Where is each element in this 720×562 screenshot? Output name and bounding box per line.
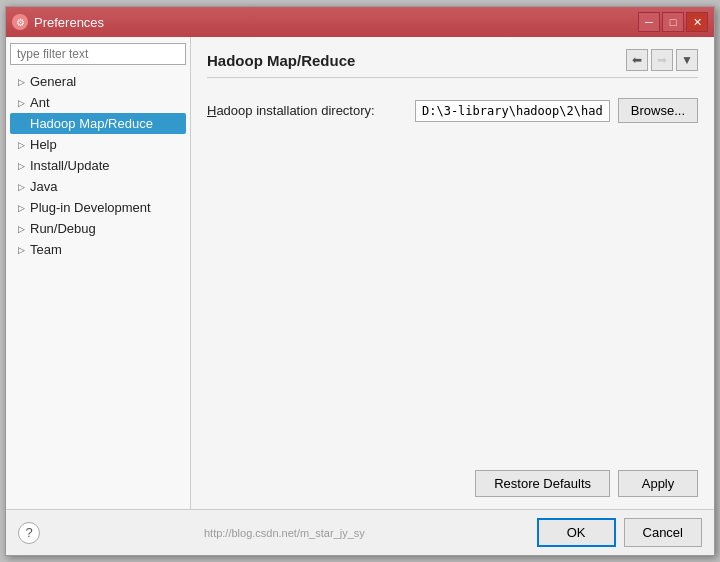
sidebar-item-label: Help	[30, 137, 57, 152]
minimize-button[interactable]: ─	[638, 12, 660, 32]
sidebar-item-ant[interactable]: ▷ Ant	[10, 92, 186, 113]
help-button[interactable]: ?	[18, 522, 40, 544]
sidebar-item-run-debug[interactable]: ▷ Run/Debug	[10, 218, 186, 239]
bottom-bar: ? http://blog.csdn.net/m_star_jy_sy OK C…	[6, 509, 714, 555]
panel-title: Hadoop Map/Reduce	[207, 52, 355, 69]
window-title: Preferences	[34, 15, 104, 30]
main-content-area	[207, 123, 698, 470]
expand-arrow-icon: ▷	[14, 159, 28, 173]
maximize-button[interactable]: □	[662, 12, 684, 32]
action-row: Restore Defaults Apply	[207, 470, 698, 497]
preferences-window: ⚙ Preferences ─ □ ✕ ▷ General ▷ Ant Hado…	[5, 6, 715, 556]
sidebar-item-label: Ant	[30, 95, 50, 110]
cancel-button[interactable]: Cancel	[624, 518, 702, 547]
back-button[interactable]: ⬅	[626, 49, 648, 71]
browse-button[interactable]: Browse...	[618, 98, 698, 123]
title-bar-left: ⚙ Preferences	[12, 14, 104, 30]
forward-button[interactable]: ➡	[651, 49, 673, 71]
restore-defaults-button[interactable]: Restore Defaults	[475, 470, 610, 497]
apply-button[interactable]: Apply	[618, 470, 698, 497]
title-bar: ⚙ Preferences ─ □ ✕	[6, 7, 714, 37]
installation-dir-input[interactable]	[415, 100, 610, 122]
sidebar-item-plugin-dev[interactable]: ▷ Plug-in Development	[10, 197, 186, 218]
expand-arrow-icon: ▷	[14, 180, 28, 194]
dropdown-button[interactable]: ▼	[676, 49, 698, 71]
filter-input[interactable]	[10, 43, 186, 65]
sidebar-item-general[interactable]: ▷ General	[10, 71, 186, 92]
sidebar-item-install-update[interactable]: ▷ Install/Update	[10, 155, 186, 176]
sidebar-item-team[interactable]: ▷ Team	[10, 239, 186, 260]
sidebar-item-label: Team	[30, 242, 62, 257]
watermark: http://blog.csdn.net/m_star_jy_sy	[204, 527, 373, 539]
sidebar-item-java[interactable]: ▷ Java	[10, 176, 186, 197]
dropdown-icon: ▼	[681, 53, 693, 67]
content-area: ▷ General ▷ Ant Hadoop Map/Reduce ▷ Help…	[6, 37, 714, 509]
back-icon: ⬅	[632, 53, 642, 67]
expand-arrow-icon: ▷	[14, 138, 28, 152]
title-bar-controls: ─ □ ✕	[638, 12, 708, 32]
sidebar-item-hadoop[interactable]: Hadoop Map/Reduce	[10, 113, 186, 134]
expand-arrow-icon: ▷	[14, 222, 28, 236]
close-button[interactable]: ✕	[686, 12, 708, 32]
final-buttons: OK Cancel	[537, 518, 702, 547]
expand-arrow-icon: ▷	[14, 201, 28, 215]
installation-dir-row: Hadoop installation directory: Browse...	[207, 98, 698, 123]
installation-dir-label: Hadoop installation directory:	[207, 103, 407, 118]
sidebar-item-label: Hadoop Map/Reduce	[30, 116, 153, 131]
sidebar-item-label: General	[30, 74, 76, 89]
forward-icon: ➡	[657, 53, 667, 67]
expand-arrow-icon: ▷	[14, 96, 28, 110]
ok-button[interactable]: OK	[537, 518, 616, 547]
toolbar: ⬅ ➡ ▼	[626, 49, 698, 71]
sidebar-item-label: Plug-in Development	[30, 200, 151, 215]
sidebar: ▷ General ▷ Ant Hadoop Map/Reduce ▷ Help…	[6, 37, 191, 509]
expand-arrow-icon	[14, 117, 28, 131]
sidebar-item-label: Java	[30, 179, 57, 194]
sidebar-item-help[interactable]: ▷ Help	[10, 134, 186, 155]
main-panel: Hadoop Map/Reduce ⬅ ➡ ▼ Hadoop installa	[191, 37, 714, 509]
sidebar-item-label: Install/Update	[30, 158, 110, 173]
final-row: ? http://blog.csdn.net/m_star_jy_sy OK C…	[18, 518, 702, 547]
window-icon: ⚙	[12, 14, 28, 30]
expand-arrow-icon: ▷	[14, 75, 28, 89]
expand-arrow-icon: ▷	[14, 243, 28, 257]
sidebar-item-label: Run/Debug	[30, 221, 96, 236]
